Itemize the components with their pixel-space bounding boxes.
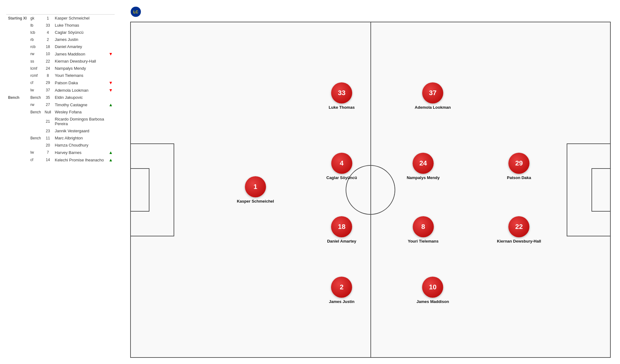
player-name-cell: Youri Tielemans (53, 72, 107, 79)
player-circle[interactable]: 29 (508, 153, 529, 174)
position-cell: lw (29, 86, 43, 94)
player-name-label: Ademola Lookman (415, 105, 451, 110)
section-cell: Starting XI (6, 15, 29, 22)
number-cell: 20 (43, 142, 53, 149)
section-cell (6, 149, 29, 156)
section-cell (6, 116, 29, 127)
lineup-table: Starting XIgk1Kasper Schmeichellb33Luke … (6, 14, 115, 164)
section-cell (6, 22, 29, 29)
player-circle[interactable]: 1 (245, 176, 266, 197)
number-cell: 14 (43, 156, 53, 164)
arrow-cell: ▼ (107, 79, 115, 86)
section-cell (6, 156, 29, 164)
player-circle[interactable]: 37 (422, 82, 443, 103)
number-cell: 35 (43, 94, 53, 101)
arrow-down-icon: ▼ (108, 51, 113, 56)
player-token[interactable]: 18Daniel Amartey (327, 216, 356, 243)
player-name-label: Caglar Söyüncü (326, 175, 357, 180)
player-circle[interactable]: 10 (422, 277, 443, 298)
player-token[interactable]: 33Luke Thomas (329, 82, 355, 110)
pitch-container: 1Kasper Schmeichel33Luke Thomas37Ademola… (130, 22, 611, 358)
player-token[interactable]: 24Nampalys Mendy (407, 153, 440, 180)
player-name-cell: Kelechi Promise Iheanacho (53, 156, 107, 164)
player-token[interactable]: 8Youri Tielemans (408, 216, 438, 243)
player-circle[interactable]: 22 (508, 216, 529, 237)
player-name-label: Luke Thomas (329, 105, 355, 110)
number-cell: 11 (43, 134, 53, 142)
player-name-cell: Nampalys Mendy (53, 65, 107, 72)
arrow-up-icon: ▲ (108, 102, 113, 107)
section-cell: Bench (6, 94, 29, 101)
left-goal (130, 179, 131, 201)
player-name-label: Kasper Schmeichel (237, 199, 274, 204)
arrow-cell (107, 134, 115, 142)
player-name-cell: Ademola Lookman (53, 86, 107, 94)
player-name-cell: Daniel Amartey (53, 43, 107, 50)
section-cell (6, 101, 29, 108)
player-token[interactable]: 29Patson Daka (507, 153, 531, 180)
player-name-label: Patson Daka (507, 175, 531, 180)
player-circle[interactable]: 8 (413, 216, 434, 237)
player-token[interactable]: 2James Justin (329, 277, 354, 304)
number-cell: 22 (43, 58, 53, 65)
arrow-cell (107, 36, 115, 43)
player-circle[interactable]: 18 (331, 216, 352, 237)
section-cell (6, 58, 29, 65)
section-cell (6, 65, 29, 72)
position-cell: cf (29, 156, 43, 164)
position-cell: Bench (29, 134, 43, 142)
player-name-cell: Kasper Schmeichel (53, 15, 107, 22)
player-name-label: James Justin (329, 299, 354, 304)
position-cell: rb (29, 36, 43, 43)
arrow-cell (107, 142, 115, 149)
position-cell (29, 142, 43, 149)
number-cell: 2 (43, 36, 53, 43)
arrow-up-icon: ▲ (108, 157, 113, 162)
position-cell: lcb (29, 29, 43, 36)
player-name-cell: Luke Thomas (53, 22, 107, 29)
player-name-cell: Ricardo Domingos Barbosa Pereira (53, 116, 107, 127)
arrow-cell: ▲ (107, 156, 115, 164)
arrow-cell: ▼ (107, 50, 115, 58)
number-cell: 33 (43, 22, 53, 29)
player-name-label: James Maddison (417, 299, 449, 304)
arrow-cell (107, 116, 115, 127)
number-cell: 18 (43, 43, 53, 50)
section-cell (6, 72, 29, 79)
arrow-cell (107, 108, 115, 116)
player-circle[interactable]: 4 (331, 153, 352, 174)
player-name-label: Daniel Amartey (327, 239, 356, 243)
position-cell: rcmf (29, 72, 43, 79)
number-cell: 29 (43, 79, 53, 86)
player-circle[interactable]: 2 (331, 277, 352, 298)
section-cell (6, 142, 29, 149)
player-token[interactable]: 37Ademola Lookman (415, 82, 451, 110)
right-goal (610, 179, 611, 201)
player-circle[interactable]: 33 (331, 82, 352, 103)
player-name-cell: Wesley Fofana (53, 108, 107, 116)
player-name-cell: Marc Albrighton (53, 134, 107, 142)
section-cell (6, 108, 29, 116)
position-cell (29, 127, 43, 134)
arrow-cell (107, 29, 115, 36)
player-token[interactable]: 4Caglar Söyüncü (326, 153, 357, 180)
position-cell (29, 116, 43, 127)
arrow-cell (107, 65, 115, 72)
section-cell (6, 86, 29, 94)
arrow-cell (107, 58, 115, 65)
club-logo: LC (130, 6, 141, 17)
player-token[interactable]: 1Kasper Schmeichel (237, 176, 274, 204)
player-name-cell: James Maddison (53, 50, 107, 58)
right-panel: LC 1Kasper Schmeichel33Luke Thomas37Adem… (121, 0, 620, 364)
player-name-cell: Timothy Castagne (53, 101, 107, 108)
player-circle[interactable]: 24 (413, 153, 434, 174)
number-cell: 7 (43, 149, 53, 156)
number-cell: 23 (43, 127, 53, 134)
position-cell: cf (29, 79, 43, 86)
arrow-up-icon: ▲ (108, 150, 113, 155)
number-cell: 4 (43, 29, 53, 36)
player-token[interactable]: 10James Maddison (417, 277, 449, 304)
player-token[interactable]: 22Kiernan Dewsbury-Hall (497, 216, 541, 243)
position-cell: rcb (29, 43, 43, 50)
number-cell: 37 (43, 86, 53, 94)
